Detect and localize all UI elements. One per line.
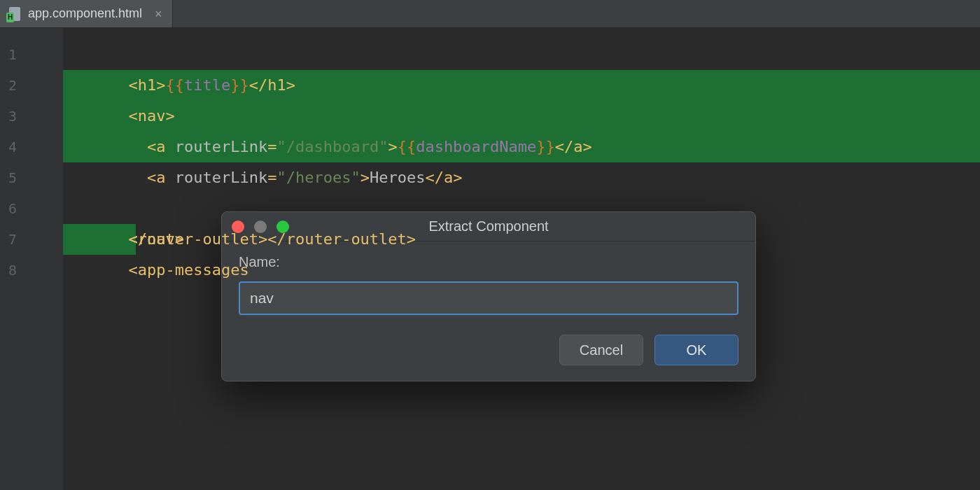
interp-token: {{ xyxy=(165,76,184,94)
tag-token: <a xyxy=(147,169,175,186)
code-line[interactable]: <h1>{{title}}</h1> xyxy=(63,39,980,70)
string-token: "/dashboard" xyxy=(276,138,388,155)
ident-token: dashboardName xyxy=(416,138,536,155)
line-number[interactable]: 2 xyxy=(0,70,63,101)
dialog-body: Name: Cancel OK xyxy=(222,241,755,381)
line-number[interactable]: 8 xyxy=(0,255,63,286)
interp-token: {{ xyxy=(398,138,416,155)
punct-token: = xyxy=(267,138,276,155)
tag-token: </a> xyxy=(425,169,462,186)
interp-token: }} xyxy=(230,76,249,94)
ident-token: title xyxy=(184,76,230,94)
html-file-icon: H xyxy=(7,6,22,22)
name-label: Name: xyxy=(239,254,738,270)
close-tab-icon[interactable]: × xyxy=(155,8,162,20)
cancel-button[interactable]: Cancel xyxy=(559,335,643,365)
text-token: Heroes xyxy=(370,169,425,186)
tag-token: <h1> xyxy=(128,76,165,94)
line-number[interactable]: 6 xyxy=(0,193,63,224)
line-number[interactable]: 7 xyxy=(0,224,63,255)
line-number[interactable]: 1 xyxy=(0,39,63,70)
dialog-buttons: Cancel OK xyxy=(239,335,738,365)
tab-filename: app.component.html xyxy=(28,6,142,21)
editor-tabbar: H app.component.html × xyxy=(0,0,980,28)
interp-token: }} xyxy=(536,138,555,155)
punct-token: > xyxy=(360,169,370,186)
tag-token: <app-messages xyxy=(128,261,248,279)
line-gutter: 1 2 3 4 5 6 7 8 xyxy=(0,28,63,490)
editor-tab-active[interactable]: H app.component.html × xyxy=(0,0,173,27)
code-line[interactable]: <a routerLink="/dashboard">{{dashboardNa… xyxy=(63,101,980,132)
attr-token: routerLink xyxy=(175,169,267,186)
tag-token: </router-outlet> xyxy=(267,230,416,248)
tag-token: <nav> xyxy=(128,107,174,125)
file-icon-badge: H xyxy=(6,13,14,22)
tag-token: <router-outlet> xyxy=(128,230,267,248)
tag-token: </h1> xyxy=(249,76,295,94)
line-number[interactable]: 5 xyxy=(0,162,63,193)
line-number[interactable]: 3 xyxy=(0,101,63,132)
indent xyxy=(128,169,147,186)
string-token: "/heroes" xyxy=(276,169,360,186)
tag-token: <a xyxy=(147,138,175,155)
indent xyxy=(128,138,147,155)
line-number[interactable]: 4 xyxy=(0,132,63,162)
ok-button[interactable]: OK xyxy=(654,335,738,365)
tag-token: </a> xyxy=(555,138,592,155)
punct-token: = xyxy=(267,169,276,186)
component-name-input[interactable] xyxy=(239,281,738,315)
punct-token: > xyxy=(388,138,397,155)
attr-token: routerLink xyxy=(175,138,267,155)
